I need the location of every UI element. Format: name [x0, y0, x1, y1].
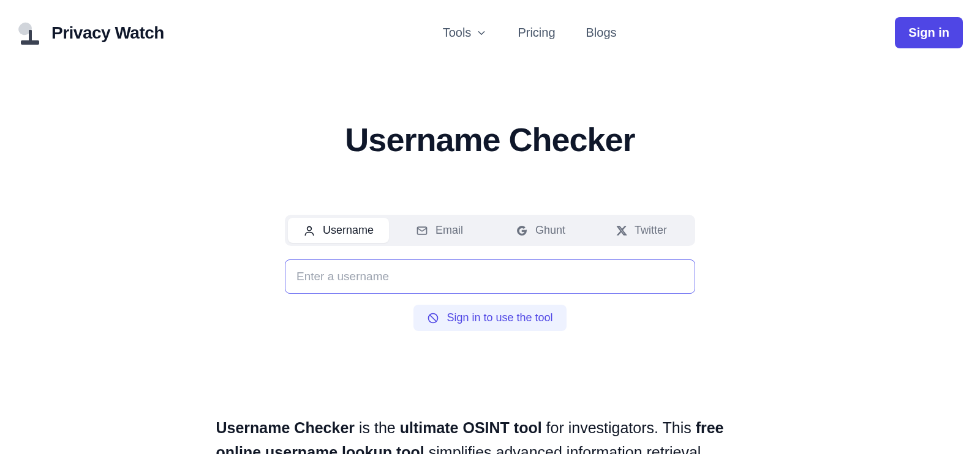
envelope-icon [416, 225, 428, 237]
main-content: Username Checker Username Email Ghunt Tw… [0, 65, 980, 454]
tab-label: Ghunt [535, 224, 565, 237]
chevron-down-icon [476, 28, 487, 39]
nav-label: Pricing [518, 26, 555, 40]
nav-label: Tools [443, 26, 472, 40]
page-title: Username Checker [345, 121, 635, 158]
tab-twitter[interactable]: Twitter [591, 218, 692, 243]
tab-label: Email [435, 224, 463, 237]
search-type-tabs: Username Email Ghunt Twitter [285, 215, 695, 246]
tab-ghunt[interactable]: Ghunt [490, 218, 591, 243]
desc-text: for investigators. This [542, 419, 696, 436]
google-icon [516, 225, 528, 237]
nav-blogs[interactable]: Blogs [586, 26, 617, 40]
x-icon [616, 225, 627, 236]
brand-name: Privacy Watch [51, 23, 164, 43]
nav-label: Blogs [586, 26, 617, 40]
main-nav: Tools Pricing Blogs [443, 26, 617, 40]
desc-text: is the [355, 419, 400, 436]
desc-bold: Username Checker [216, 419, 355, 436]
username-input[interactable] [285, 259, 695, 294]
search-input-wrap [285, 259, 695, 294]
tab-label: Twitter [635, 224, 667, 237]
brand-logo[interactable]: Privacy Watch [17, 20, 164, 47]
signin-button[interactable]: Sign in [895, 17, 963, 48]
tab-username[interactable]: Username [288, 218, 389, 243]
signin-notice[interactable]: Sign in to use the tool [413, 305, 566, 331]
description-paragraph: Username Checker is the ultimate OSINT t… [216, 415, 764, 454]
tab-label: Username [323, 224, 374, 237]
svg-rect-2 [21, 40, 39, 45]
desc-bold: ultimate OSINT tool [400, 419, 542, 436]
tab-email[interactable]: Email [389, 218, 490, 243]
header: Privacy Watch Tools Pricing Blogs Sign i… [0, 0, 980, 65]
svg-line-6 [430, 315, 436, 321]
svg-point-3 [307, 226, 312, 231]
svg-rect-1 [29, 30, 32, 41]
satellite-dish-icon [17, 20, 44, 47]
desc-text: simplifies advanced information retrieva… [424, 444, 701, 454]
signin-notice-label: Sign in to use the tool [447, 311, 552, 324]
nav-pricing[interactable]: Pricing [518, 26, 555, 40]
nav-tools[interactable]: Tools [443, 26, 488, 40]
user-icon [303, 225, 315, 237]
prohibited-icon [427, 312, 439, 324]
